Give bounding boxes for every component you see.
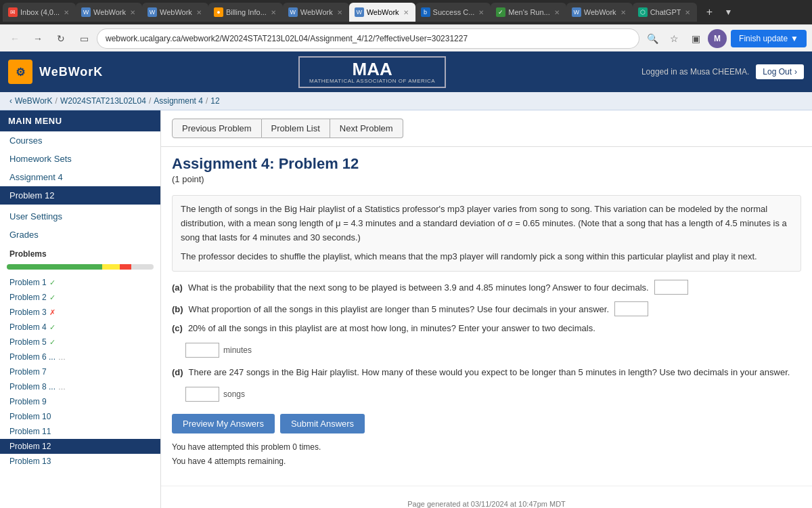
breadcrumb-course[interactable]: W2024STAT213L02L04 (60, 96, 146, 106)
sidebar-problem-12-active[interactable]: Problem 12 (0, 439, 160, 454)
sidebar-progress (0, 261, 160, 275)
prev-problem-button[interactable]: Previous Problem (172, 119, 262, 138)
tab-chatgpt[interactable]: ⬡ ChatGPT ✕ (633, 3, 698, 22)
sidebar-problem-11-label: Problem 11 (9, 427, 51, 436)
tab-inbox[interactable]: ✉ Inbox (4,0... ✕ (3, 3, 76, 22)
tab-webwork5-active[interactable]: W WebWork ✕ (349, 3, 415, 22)
tab-label-chatgpt: ChatGPT (650, 8, 681, 16)
submit-answers-button[interactable]: Submit Answers (280, 414, 365, 433)
sub-text-d: There are 247 songs in the Big Hair play… (189, 367, 790, 377)
tab-webwork6[interactable]: W WebWork ✕ (566, 3, 633, 22)
tab-webwork3[interactable]: W WebWork ✕ (142, 3, 208, 22)
sidebar-problem-12-label: Problem 12 (9, 442, 51, 451)
tab-overflow-button[interactable]: ▼ (719, 3, 738, 22)
sidebar-problem-1[interactable]: Problem 1 ✓ (0, 275, 160, 290)
extensions-button[interactable]: ▭ (74, 29, 93, 48)
finish-update-chevron: ▼ (790, 34, 798, 43)
logout-button[interactable]: Log Out › (756, 64, 804, 79)
breadcrumb-problem: 12 (210, 96, 219, 106)
sub-question-b: (b) What proportion of all the songs in … (172, 301, 801, 316)
sub-label-c: (c) (172, 323, 183, 333)
browser-chrome: ✉ Inbox (4,0... ✕ W WebWork ✕ W WebWork … (0, 0, 812, 51)
breadcrumb-webwork[interactable]: WeBWorK (15, 96, 53, 106)
tab-close-success[interactable]: ✕ (477, 8, 485, 17)
content-area: Previous Problem Problem List Next Probl… (161, 110, 812, 508)
answer-input-c[interactable] (185, 343, 219, 358)
sidebar-problem-10[interactable]: Problem 10 (0, 409, 160, 424)
tab-favicon-ww2: W (81, 7, 91, 17)
sub-label-a: (a) (172, 282, 183, 293)
sidebar-problem-9[interactable]: Problem 9 (0, 394, 160, 409)
assignment-title: Assignment 4: Problem 12 (161, 147, 812, 174)
sidebar-problem-13[interactable]: Problem 13 (0, 454, 160, 469)
tab-close-billing[interactable]: ✕ (269, 8, 277, 17)
reload-button[interactable]: ↻ (51, 29, 70, 48)
site-header: ⚙ WeBWorK MAA Mathematical Association o… (0, 51, 812, 92)
problem-desc-p2: The professor decides to shuffle the pla… (181, 250, 792, 264)
problem-list-button[interactable]: Problem List (262, 119, 330, 138)
answer-input-a[interactable] (654, 280, 688, 295)
tab-close-mens[interactable]: ✕ (553, 8, 561, 17)
sidebar-item-homework-sets[interactable]: Homework Sets (0, 150, 160, 168)
next-problem-button[interactable]: Next Problem (330, 119, 403, 138)
webwork-logo-text: WeBWorK (39, 65, 103, 79)
tab-webwork2[interactable]: W WebWork ✕ (76, 3, 142, 22)
sidebar-problem-8-dot: … (58, 383, 66, 391)
sidebar-problem-4[interactable]: Problem 4 ✓ (0, 320, 160, 335)
tab-close-inbox[interactable]: ✕ (62, 8, 70, 17)
attempts-line1: You have attempted this problem 0 times. (172, 440, 801, 454)
sidebar-problem-5[interactable]: Problem 5 ✓ (0, 335, 160, 350)
sidebar-problem-3-x: ✗ (49, 308, 55, 317)
forward-button[interactable]: → (28, 29, 47, 48)
back-arrow[interactable]: ‹ (9, 96, 12, 106)
tab-close-chatgpt[interactable]: ✕ (683, 8, 692, 17)
tab-close-ww3[interactable]: ✕ (195, 8, 203, 17)
sidebar-item-assignment4[interactable]: Assignment 4 (0, 168, 160, 186)
sidebar-item-problem12[interactable]: Problem 12 (0, 186, 160, 205)
bookmark-icon[interactable]: ☆ (664, 29, 683, 48)
sidebar-problem-2-check: ✓ (49, 293, 55, 302)
sidebar-problem-8-label: Problem 8 ... (9, 382, 55, 391)
sidebar-item-courses[interactable]: Courses (0, 131, 160, 150)
sidebar-problem-7[interactable]: Problem 7 (0, 364, 160, 379)
sub-text-b: What proportion of all the songs in this… (189, 304, 609, 314)
sidebar-problem-11[interactable]: Problem 11 (0, 424, 160, 439)
address-input[interactable] (97, 29, 639, 48)
sub-label-d: (d) (172, 367, 183, 377)
finish-update-button[interactable]: Finish update ▼ (731, 30, 807, 47)
tab-favicon-billing: ● (214, 7, 223, 17)
sidebar-item-user-settings[interactable]: User Settings (0, 207, 160, 226)
page-footer: Page generated at 03/11/2024 at 10:47pm … (161, 486, 812, 508)
sub-question-c: (c) 20% of all the songs in this playlis… (172, 323, 801, 333)
back-button[interactable]: ← (5, 29, 24, 48)
sidebar-problem-2[interactable]: Problem 2 ✓ (0, 290, 160, 305)
sidebar-problem-3[interactable]: Problem 3 ✗ (0, 305, 160, 320)
maa-logo: MAA Mathematical Association of America (298, 56, 446, 88)
tab-billing[interactable]: ● Billing Info... ✕ (208, 3, 283, 22)
profile-avatar[interactable]: M (708, 29, 727, 48)
answer-input-b[interactable] (614, 301, 648, 316)
tab-label-ww6: WebWork (584, 8, 616, 16)
tab-close-ww5[interactable]: ✕ (402, 8, 410, 17)
device-icon[interactable]: ▣ (686, 29, 705, 48)
tab-close-ww4[interactable]: ✕ (336, 8, 344, 17)
sub-question-d: (d) There are 247 songs in the Big Hair … (172, 367, 801, 377)
new-tab-button[interactable]: + (700, 3, 719, 22)
sidebar-problem-6[interactable]: Problem 6 ... … (0, 350, 160, 364)
search-icon[interactable]: 🔍 (643, 29, 662, 48)
preview-answers-button[interactable]: Preview My Answers (172, 414, 275, 433)
sidebar: MAIN MENU Courses Homework Sets Assignme… (0, 110, 161, 508)
breadcrumb-assignment[interactable]: Assignment 4 (154, 96, 203, 106)
sidebar-item-grades[interactable]: Grades (0, 226, 160, 244)
tab-webwork4[interactable]: W WebWork ✕ (283, 3, 349, 22)
tab-favicon-mens: ✓ (496, 7, 505, 17)
tab-label-ww3: WebWork (160, 8, 192, 16)
sidebar-problem-8[interactable]: Problem 8 ... … (0, 379, 160, 394)
tab-success[interactable]: b Success C... ✕ (415, 3, 491, 22)
tab-close-ww6[interactable]: ✕ (619, 8, 627, 17)
tab-close-ww2[interactable]: ✕ (129, 8, 137, 17)
tab-label-ww2: WebWork (93, 8, 126, 16)
sub-text-c: 20% of all the songs in this playlist ar… (188, 323, 595, 333)
answer-input-d[interactable] (185, 387, 219, 402)
tab-mens[interactable]: ✓ Men's Run... ✕ (491, 3, 566, 22)
